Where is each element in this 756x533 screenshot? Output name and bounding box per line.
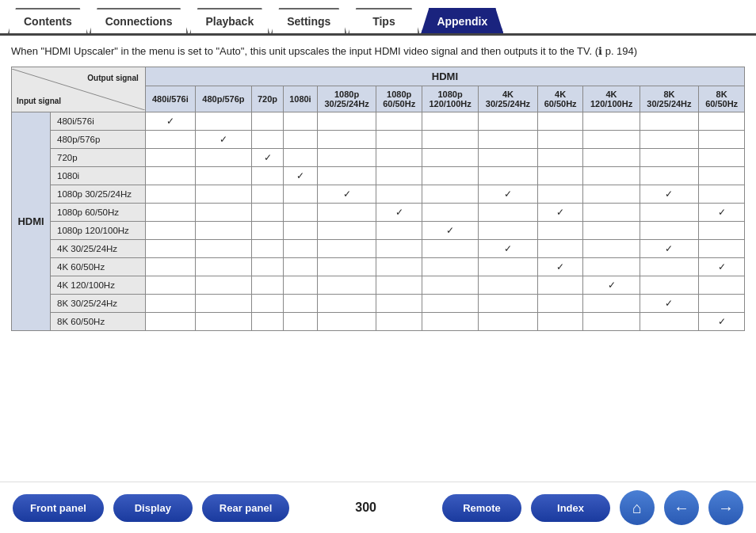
check-mark: ✓ [556,261,564,272]
check-mark: ✓ [220,134,227,145]
table-cell [252,185,284,204]
table-cell [145,185,195,204]
table-cell [640,222,699,240]
table-cell [583,149,640,167]
table-cell [376,185,422,204]
table-cell: ✓ [537,204,583,222]
col-4k-60: 4K60/50Hz [537,86,583,112]
table-cell [317,276,376,295]
table-cell [479,149,538,167]
table-cell [583,131,640,149]
table-cell [252,112,284,131]
table-cell [699,276,745,295]
tab-connections[interactable]: Connections [90,8,189,33]
table-cell [376,149,422,167]
table-cell [640,258,699,276]
tab-settings[interactable]: Settings [271,8,346,33]
table-cell [195,313,251,331]
table-cell [195,167,251,185]
table-cell [583,204,640,222]
output-signal-label: Output signal [87,74,138,82]
check-mark: ✓ [718,207,726,218]
table-cell [640,131,699,149]
table-cell [583,222,640,240]
col-1080p-60: 1080p60/50Hz [376,86,422,112]
table-cell: ✓ [699,313,745,331]
table-cell [145,240,195,258]
table-cell [699,222,745,240]
table-cell [145,204,195,222]
tab-appendix[interactable]: Appendix [421,8,503,33]
table-cell [583,185,640,204]
bottom-nav-right: Remote Index ⌂ ← → [442,490,743,525]
table-cell [583,313,640,331]
back-button[interactable]: ← [664,490,699,525]
table-cell [376,295,422,313]
table-cell [145,149,195,167]
table-cell [252,204,284,222]
table-cell: ✓ [583,276,640,295]
table-cell [195,258,251,276]
check-mark: ✓ [166,116,174,127]
table-cell [583,295,640,313]
table-cell [537,295,583,313]
table-cell [422,131,479,149]
table-cell: ✓ [376,204,422,222]
table-cell [317,131,376,149]
signal-table: Output signal Input signal HDMI 480i/576… [11,67,745,331]
table-cell [640,112,699,131]
table-cell [422,149,479,167]
table-cell: ✓ [640,240,699,258]
table-cell [537,313,583,331]
table-cell [422,112,479,131]
table-cell [376,258,422,276]
table-cell [422,313,479,331]
front-panel-button[interactable]: Front panel [13,494,104,522]
table-cell: ✓ [479,240,538,258]
table-cell [252,295,284,313]
forward-button[interactable]: → [708,490,743,525]
bottom-nav-left: Front panel Display Rear panel [13,494,289,522]
table-cell: ✓ [699,258,745,276]
table-cell [284,295,318,313]
table-cell [195,185,251,204]
check-mark: ✓ [665,298,673,309]
tabs-container: Contents Connections Playback Settings T… [0,0,756,36]
table-cell [583,112,640,131]
table-cell [640,276,699,295]
col-4k-30: 4K30/25/24Hz [479,86,538,112]
table-cell [479,131,538,149]
table-cell: ✓ [537,258,583,276]
table-cell [252,240,284,258]
tab-contents[interactable]: Contents [8,8,88,33]
check-mark: ✓ [446,225,454,236]
bottom-navigation: Front panel Display Rear panel 300 Remot… [0,482,756,533]
rear-panel-button[interactable]: Rear panel [202,494,289,522]
table-cell [479,167,538,185]
back-icon: ← [674,499,689,517]
col-4k-120: 4K120/100Hz [583,86,640,112]
table-cell [699,131,745,149]
forward-icon: → [718,499,734,517]
check-mark: ✓ [608,280,616,291]
input-signal-label: Input signal [17,97,61,105]
remote-button[interactable]: Remote [442,494,521,522]
tab-tips[interactable]: Tips [348,8,419,33]
home-button[interactable]: ⌂ [620,490,655,525]
index-button[interactable]: Index [531,494,610,522]
table-cell [145,276,195,295]
table-cell [479,112,538,131]
table-cell [284,185,318,204]
table-cell [376,222,422,240]
main-content: When "HDMI Upscaler" in the menu is set … [0,36,756,341]
table-cell [252,131,284,149]
check-mark: ✓ [718,316,726,327]
table-cell [284,204,318,222]
table-cell [422,295,479,313]
table-cell [284,222,318,240]
table-cell [376,131,422,149]
intro-text: When "HDMI Upscaler" in the menu is set … [11,45,745,57]
display-button[interactable]: Display [113,494,193,522]
tab-playback[interactable]: Playback [189,8,269,33]
table-cell [699,295,745,313]
